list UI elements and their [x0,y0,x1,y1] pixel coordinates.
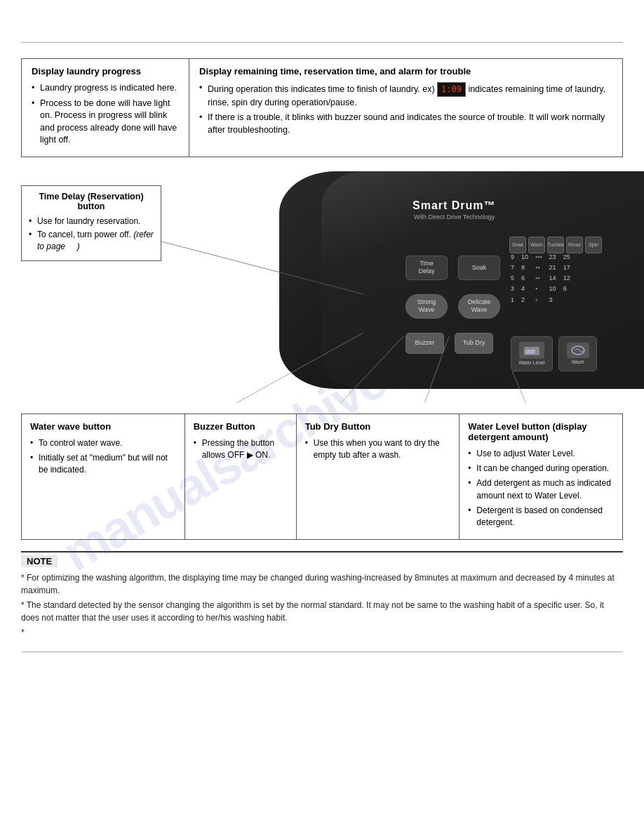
water-level-label: Water Level [518,360,544,365]
display-remaining-item-2: If there is a trouble, it blinks with bu… [199,112,612,136]
brand-name: Smart Drum™ [412,199,496,212]
water-level-icon [523,344,541,357]
delicate-wave-button[interactable]: DelicateWave [458,294,500,319]
water-wave-list: To control water wave. Initially set at … [30,437,176,477]
time-delay-callout-list: Use for laundry reservation. To cancel, … [29,216,154,253]
cycle-tumble-label: Tumble [547,242,563,247]
top-info-section: Display laundry progress Laundry progres… [21,58,623,157]
display-progress-title: Display laundry progress [32,66,179,77]
buzzer-bullet-1: Pressing the button allows OFF ▶ ON. [194,437,288,462]
note-text: * For optimizing the washing algorithm, … [21,571,623,639]
refer-to-page: (refer to page ) [37,230,154,251]
tub-dry-button[interactable]: Tub Dry [455,333,493,354]
display-progress-item-1: Laundry progress is indicated here. [32,82,179,95]
cycle-soak-icon: Soak [509,237,526,253]
cycle-rinse-icon: Rinse [566,237,583,253]
note-section: NOTE * For optimizing the washing algori… [21,551,623,639]
note-line-1: * For optimizing the washing algorithm, … [21,571,623,597]
water-level-button[interactable]: Water Level [511,336,553,371]
buzzer-title: Buzzer Button [194,421,288,432]
strong-wave-label: StrongWave [417,298,436,314]
water-level-bullet-2: It can be changed during operation. [468,463,614,475]
machine-panel: Smart Drum™ With Direct Drive Technology… [279,171,644,389]
water-wave-title: Water wave button [30,421,176,432]
water-level-bullet-3: Add detergent as much as indicated amoun… [468,477,614,502]
water-level-bullet-1: Use to adjust Water Level. [468,448,614,460]
number-grid: 97531 108642 ▪▪▪▪▪▪▪▪▪ 232114103 2517126 [511,252,570,305]
tub-dry-list: Use this when you want to dry the empty … [305,437,451,462]
buzzer-box: Buzzer Button Pressing the button allows… [185,413,297,540]
note-line-2: * The standard detected by the sensor ch… [21,599,623,624]
time-delay-bullet-2: To cancel, turn power off. (refer to pag… [29,229,154,253]
note-line-3: * [21,626,623,639]
machine-diagram-section: manualsarchive.com Time Delay (Reservati… [0,171,644,403]
display-example: 1:09 [437,82,466,97]
water-level-bullet-4: Detergent is based on condensed detergen… [468,505,614,529]
cycle-wash-label: Wash [530,242,543,247]
cycle-icons-row: Soak Wash Tumble Rinse Spin [509,237,602,253]
display-progress-list: Laundry progress is indicated here. Proc… [32,82,179,147]
time-delay-callout-title: Time Delay (Reservation) button [29,192,154,211]
time-delay-button[interactable]: TimeDelay [405,256,448,280]
num-col-indicators: ▪▪▪▪▪▪▪▪▪ [535,252,542,305]
display-progress-item-2: Process to be done will have light on. P… [32,98,179,147]
soak-button[interactable]: Soak [458,256,500,280]
num-col-1: 97531 [511,252,514,305]
num-col-2: 108642 [521,252,528,305]
display-remaining-title: Display remaining time, reservation time… [199,66,612,77]
top-horizontal-rule [21,42,623,43]
wash-button[interactable]: Wash [558,336,597,371]
time-delay-bullet-1: Use for laundry reservation. [29,216,154,227]
time-delay-callout: Time Delay (Reservation) button Use for … [21,185,161,261]
display-progress-box: Display laundry progress Laundry progres… [21,58,189,157]
num-col-4: 2517126 [563,252,570,305]
cycle-wash-icon: Wash [528,237,545,253]
water-level-box-title: Water Level button (display detergent am… [468,421,614,442]
display-remaining-item-1: During operation this indicates time to … [199,82,612,109]
num-col-3: 232114103 [549,252,556,305]
svg-point-2 [572,346,584,355]
bottom-description-boxes: Water wave button To control water wave.… [21,413,623,540]
wash-label: Wash [572,359,584,364]
cycle-rinse-label: Rinse [568,242,581,247]
cycle-tumble-icon: Tumble [547,237,564,253]
water-wave-box: Water wave button To control water wave.… [21,413,185,540]
buzzer-label: Buzzer [415,339,434,347]
buzzer-button[interactable]: Buzzer [405,333,444,354]
svg-rect-1 [525,350,535,354]
cycle-spin-icon: Spin [585,237,602,253]
wash-icon [570,345,586,356]
bottom-horizontal-rule [21,651,623,652]
tub-dry-title: Tub Dry Button [305,421,451,432]
tub-dry-box: Tub Dry Button Use this when you want to… [296,413,460,540]
display-remaining-list: During operation this indicates time to … [199,82,612,136]
brand-sub: With Direct Drive Technology [414,213,495,220]
water-level-box: Water Level button (display detergent am… [459,413,623,540]
time-delay-label: TimeDelay [418,260,434,275]
tub-dry-bullet-1: Use this when you want to dry the empty … [305,437,451,462]
strong-wave-button[interactable]: StrongWave [405,294,448,319]
cycle-spin-label: Spin [589,242,598,247]
buzzer-list: Pressing the button allows OFF ▶ ON. [194,437,288,462]
water-wave-bullet-2: Initially set at "medium" but will not b… [30,452,176,477]
cycle-soak-label: Soak [512,242,523,247]
water-wave-bullet-1: To control water wave. [30,437,176,449]
water-level-list: Use to adjust Water Level. It can be cha… [468,448,614,529]
tub-dry-label: Tub Dry [463,339,485,347]
note-label: NOTE [21,555,58,567]
display-remaining-box: Display remaining time, reservation time… [189,58,623,157]
machine-panel-inner: Smart Drum™ With Direct Drive Technology… [321,171,644,389]
soak-label: Soak [472,264,487,272]
delicate-wave-label: DelicateWave [468,298,491,314]
